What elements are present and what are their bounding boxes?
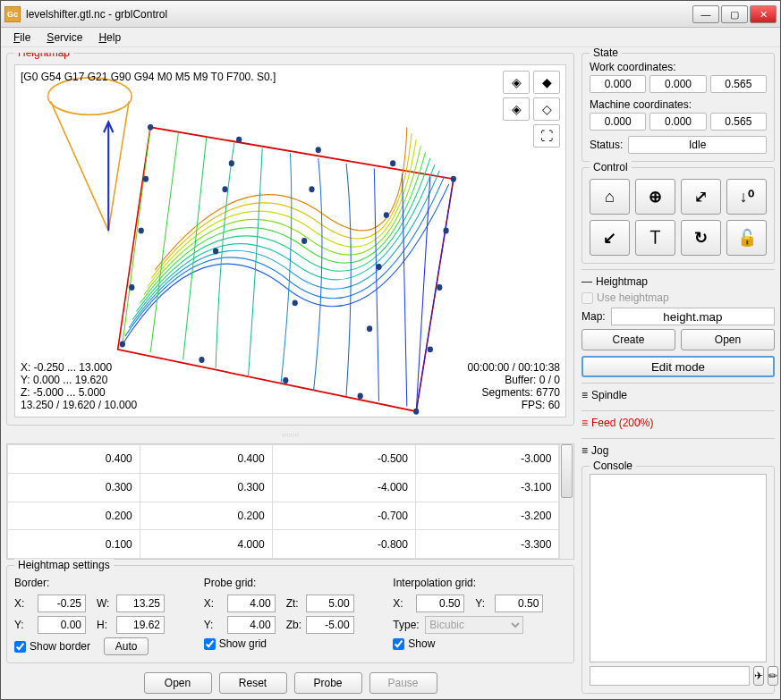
svg-point-14: [376, 264, 381, 270]
close-button[interactable]: ✕: [750, 5, 777, 23]
reset-button[interactable]: Reset: [219, 672, 287, 694]
svg-point-2: [199, 357, 204, 363]
svg-point-25: [451, 176, 456, 182]
map-file-input[interactable]: [611, 308, 775, 325]
work-coords-label: Work coordinates:: [590, 61, 767, 73]
console-log[interactable]: [590, 474, 767, 662]
interp-x-input[interactable]: [416, 595, 464, 612]
table-scrollbar[interactable]: [559, 444, 573, 559]
reset-grbl-button[interactable]: ↻: [681, 220, 721, 256]
pause-button[interactable]: Pause: [369, 672, 437, 694]
probe-zb-input[interactable]: [306, 616, 354, 634]
expand-icon: ≡: [582, 417, 588, 429]
border-y-input[interactable]: [38, 616, 86, 634]
settings-title: Heightmap settings: [14, 559, 114, 571]
table-cell: -3.100: [415, 473, 558, 502]
goto-xy-button[interactable]: ↙: [590, 220, 630, 256]
feed-header[interactable]: ≡Feed (200%): [582, 417, 775, 429]
send-button[interactable]: ✈: [753, 666, 764, 686]
interp-type-select[interactable]: Bicubic: [425, 616, 523, 634]
table-cell: -3.300: [415, 530, 558, 559]
open-map-button[interactable]: Open: [681, 329, 775, 350]
table-cell: 0.400: [140, 445, 272, 474]
collapse-icon: —: [582, 275, 592, 288]
work-z: 0.565: [710, 75, 767, 93]
create-map-button[interactable]: Create: [582, 329, 675, 350]
table-cell: -0.800: [272, 530, 415, 559]
svg-point-13: [301, 238, 307, 244]
svg-point-3: [283, 377, 288, 384]
control-title: Control: [590, 161, 632, 173]
heightmap-title: Heightmap: [14, 53, 73, 59]
view-top-button[interactable]: ◆: [533, 71, 560, 94]
menu-service[interactable]: Service: [39, 30, 89, 46]
show-interp-checkbox[interactable]: [393, 638, 404, 650]
open-button[interactable]: Open: [144, 672, 212, 694]
menubar: File Service Help: [1, 28, 780, 47]
unlock-button[interactable]: 🔓: [726, 220, 767, 256]
view-front-button[interactable]: ◈: [503, 97, 530, 121]
work-y: 0.000: [649, 75, 706, 93]
show-probe-grid-checkbox[interactable]: [204, 638, 216, 650]
zero-z-button[interactable]: ↓⁰: [726, 179, 767, 215]
interp-y-input[interactable]: [495, 595, 543, 612]
probe-z-button[interactable]: ⊕: [635, 179, 675, 215]
clear-button[interactable]: ✏: [768, 666, 778, 686]
console-input[interactable]: [590, 666, 750, 686]
menu-help[interactable]: Help: [91, 30, 128, 46]
border-h-input[interactable]: [116, 616, 165, 634]
svg-point-18: [309, 186, 314, 192]
svg-point-12: [222, 186, 227, 192]
menu-file[interactable]: File: [6, 30, 38, 46]
svg-point-16: [143, 176, 149, 182]
view-side-button[interactable]: ◇: [533, 97, 560, 121]
table-row[interactable]: 0.4000.400-0.500-3.000: [8, 445, 559, 474]
probe-zt-input[interactable]: [306, 595, 354, 612]
table-cell: -0.500: [272, 445, 415, 474]
table-cell: 0.200: [140, 502, 272, 530]
mach-x: 0.000: [590, 113, 646, 131]
border-x-input[interactable]: [38, 595, 86, 612]
table-cell: -3.000: [415, 445, 558, 474]
border-auto-button[interactable]: Auto: [104, 637, 149, 655]
table-cell: 0.200: [8, 502, 140, 530]
minimize-button[interactable]: —: [692, 5, 719, 23]
maximize-button[interactable]: ▢: [721, 5, 748, 23]
jog-header[interactable]: ≡Jog: [582, 444, 775, 457]
svg-point-4: [358, 392, 363, 399]
machine-coords-label: Machine coordinates:: [590, 98, 767, 111]
render-stats: 00:00:00 / 00:10:38 Buffer: 0 / 0 Segmen…: [468, 361, 560, 411]
heightmap-section-header[interactable]: —Heightmap: [582, 275, 775, 288]
console-panel: Console ✈ ✏: [582, 466, 775, 694]
svg-point-8: [293, 299, 298, 306]
heightmap-table: 0.4000.400-0.500-3.0000.3000.300-4.000-3…: [6, 443, 574, 560]
probe-y-input[interactable]: [227, 616, 276, 634]
view-iso-button[interactable]: ◈: [503, 71, 530, 94]
show-border-checkbox[interactable]: [14, 641, 26, 653]
use-heightmap-checkbox[interactable]: [582, 292, 593, 304]
edit-mode-button[interactable]: Edit mode: [582, 356, 775, 377]
gcode-status-line: [G0 G54 G17 G21 G90 G94 M0 M5 M9 T0 F700…: [21, 71, 276, 83]
interp-grid-label: Interpolation grid:: [393, 577, 566, 589]
zero-xy-button[interactable]: ⤢: [681, 179, 721, 215]
table-row[interactable]: 0.1004.000-0.800-3.300: [8, 530, 559, 559]
border-w-input[interactable]: [116, 595, 165, 612]
app-icon: Gc: [4, 6, 21, 22]
home-button[interactable]: ⌂: [590, 179, 630, 215]
safe-z-button[interactable]: ⟙: [635, 220, 675, 256]
view-fit-button[interactable]: ⛶: [533, 124, 560, 148]
svg-point-19: [384, 212, 389, 218]
svg-point-10: [428, 346, 433, 352]
probe-button[interactable]: Probe: [294, 672, 362, 694]
splitter-handle[interactable]: ○○○○: [6, 431, 574, 438]
table-row[interactable]: 0.2000.200-0.700-3.200: [8, 502, 559, 530]
table-row[interactable]: 0.3000.300-4.000-3.100: [8, 473, 559, 502]
window-title: levelshifter.gtl.nc - grblControl: [26, 8, 692, 21]
3d-visualization[interactable]: [G0 G54 G17 G21 G90 G94 M0 M5 M9 T0 F700…: [14, 64, 566, 417]
probe-grid-label: Probe grid:: [204, 577, 378, 589]
spindle-header[interactable]: ≡Spindle: [582, 389, 775, 401]
expand-icon: ≡: [582, 444, 588, 457]
spindle-section: ≡Spindle: [582, 383, 775, 405]
probe-x-input[interactable]: [227, 595, 276, 612]
table-cell: 0.400: [8, 445, 140, 474]
